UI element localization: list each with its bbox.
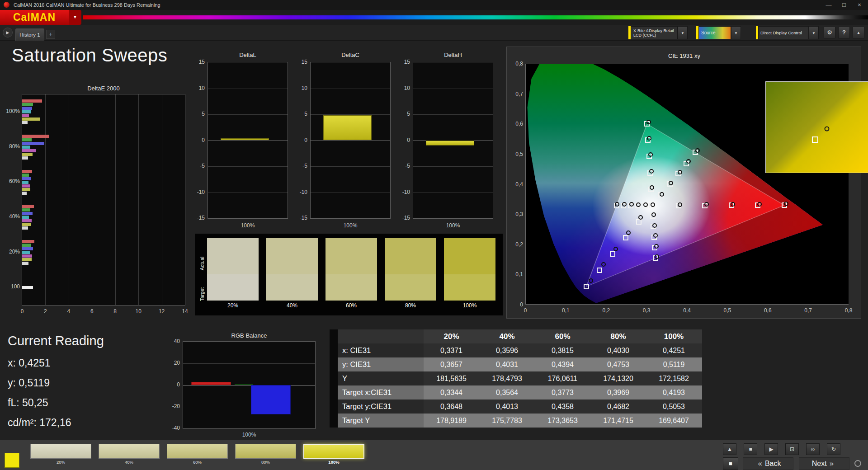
back-button[interactable]: «Back: [743, 457, 793, 470]
y-tick-label: -10: [290, 189, 307, 195]
next-button[interactable]: Next»: [799, 457, 849, 470]
source-dropdown-arrow-icon[interactable]: ▼: [731, 26, 741, 39]
deltae-bar: [22, 142, 44, 145]
logo-bar: CalMAN ▼: [0, 10, 868, 25]
deltae-bar: [22, 153, 33, 156]
cie-plot-area: [525, 64, 849, 305]
sidebar-toggle-button[interactable]: ▶: [3, 28, 13, 38]
table-cell: 181,5635: [424, 371, 479, 385]
y-tick-label: 20: [163, 360, 180, 366]
back-label: Back: [765, 460, 781, 467]
transport-display-button[interactable]: ⊡: [785, 443, 799, 455]
patch-button-80%[interactable]: 80%: [235, 444, 296, 467]
table-row[interactable]: Target y:CIE310,36480,40130,43580,46820,…: [330, 400, 702, 414]
cie-measured-marker: [629, 202, 634, 207]
tab-history-1[interactable]: History 1: [15, 28, 44, 41]
minimize-button[interactable]: —: [821, 0, 836, 10]
y-tick-label: -10: [188, 189, 205, 195]
table-row[interactable]: x: CIE310,33710,35960,38150,40300,4251: [330, 343, 702, 357]
transport-play-button[interactable]: ▶: [764, 443, 778, 455]
help-icon[interactable]: ?: [838, 27, 850, 38]
swatch-label: 20%: [207, 302, 259, 309]
patch-button-20%[interactable]: 20%: [30, 444, 91, 467]
patch-color: [99, 444, 160, 459]
cie-measured-marker: [613, 247, 618, 251]
cie-measured-marker: [646, 120, 651, 124]
cie-target-marker: [597, 268, 602, 273]
x-axis-label: 100%: [413, 222, 493, 229]
cie-measured-marker: [638, 215, 643, 220]
saturation-swatch: [385, 238, 436, 301]
swatch-target: [444, 274, 495, 301]
tab-bar: ▶ History 1 + X-Rite i1Display Retail LC…: [0, 25, 868, 41]
cie-measured-marker: [615, 202, 619, 207]
chart-title: RGB Balance: [183, 332, 316, 339]
y-tick-label: 0,8: [509, 61, 523, 67]
cie-measured-marker: [626, 230, 631, 235]
deltae-x-tick: 2: [39, 308, 52, 315]
cie-measured-marker: [648, 152, 653, 157]
table-row[interactable]: Target x:CIE310,33440,35640,37730,39690,…: [330, 385, 702, 400]
logo-dropdown-button[interactable]: ▼: [69, 10, 81, 25]
table-row-label: Target x:CIE31: [338, 385, 424, 400]
swatch-target: [207, 274, 259, 301]
rgb-plot-area: [183, 341, 316, 429]
deltae-y-label: 100: [2, 283, 20, 290]
deltae-gridline: [115, 94, 116, 305]
swatch-label: 100%: [444, 302, 495, 309]
deltae-y-label: 60%: [2, 178, 20, 184]
source-dropdown[interactable]: Source ▼: [696, 26, 741, 39]
collapse-ribbon-icon[interactable]: ▴: [853, 27, 864, 38]
deltae-x-tick: 10: [132, 308, 145, 315]
y-tick-label: 0: [509, 301, 523, 308]
patch-button-60%[interactable]: 60%: [167, 444, 228, 467]
table-cell: 0,4358: [535, 400, 590, 414]
meter-dropdown-box[interactable]: X-Rite i1Display Retail LCD (CCFL): [631, 26, 678, 39]
x-tick-label: 0,7: [801, 307, 816, 314]
table-row[interactable]: Y181,5635178,4793176,0611174,1320172,158…: [330, 371, 702, 385]
maximize-button[interactable]: □: [836, 0, 852, 10]
display-control-dropdown[interactable]: Direct Display Control ▼: [756, 26, 819, 39]
meter-dropdown[interactable]: X-Rite i1Display Retail LCD (CCFL) ▼: [628, 26, 688, 39]
deltae-bar: [22, 138, 32, 141]
transport-stop-button[interactable]: ■: [744, 443, 757, 455]
patch-button-40%[interactable]: 40%: [99, 444, 160, 467]
table-row[interactable]: y: CIE310,36570,40310,43940,47530,5119: [330, 357, 702, 371]
close-button[interactable]: ×: [852, 0, 867, 10]
deltac-chart: DeltaC 100% 151050-5-10-15: [290, 45, 394, 235]
deltae-bar: [22, 223, 31, 226]
y-tick-label: 0: [163, 381, 180, 388]
swatch-label: 40%: [266, 302, 318, 309]
settings-gear-icon[interactable]: ⚙: [824, 27, 835, 38]
deltac-plot-area: [310, 62, 391, 219]
stop-button[interactable]: ■: [723, 457, 738, 470]
grid-line: [413, 114, 493, 115]
x-axis-label: 100%: [208, 222, 288, 229]
swatch-actual: [266, 238, 318, 274]
transport-refresh-button[interactable]: ↻: [827, 443, 840, 455]
table-row[interactable]: Target Y178,9189175,7783173,3653171,4715…: [330, 414, 702, 428]
delta-bar: [221, 138, 269, 141]
grid-line: [208, 193, 288, 193]
y-tick-label: 0,4: [509, 181, 523, 188]
y-tick-label: 0: [393, 137, 410, 143]
table-cell: 175,7783: [479, 414, 535, 428]
add-tab-button[interactable]: +: [46, 30, 55, 39]
table-cell: 173,3653: [535, 414, 590, 428]
display-control-dropdown-arrow-icon[interactable]: ▼: [809, 26, 819, 39]
source-dropdown-box[interactable]: Source: [698, 26, 731, 39]
deltae-x-tick: 0: [16, 308, 28, 315]
cie-measured-marker: [651, 202, 655, 207]
transport-loop-button[interactable]: ∞: [806, 443, 820, 455]
delta-bar: [426, 141, 474, 146]
meter-dropdown-arrow-icon[interactable]: ▼: [678, 26, 688, 39]
deltae-bar: [22, 177, 31, 180]
y-tick-label: 0,1: [509, 271, 523, 277]
patch-button-100%[interactable]: 100%: [303, 444, 364, 467]
cie-1931-panel: CIE 1931 xy: [506, 47, 861, 319]
display-control-dropdown-box[interactable]: Direct Display Control: [758, 26, 809, 39]
transport-eject-button[interactable]: ▲: [723, 443, 736, 455]
y-tick-label: 15: [188, 59, 205, 65]
deltae-x-tick: 8: [109, 308, 122, 315]
table-left-strip: [330, 414, 338, 428]
